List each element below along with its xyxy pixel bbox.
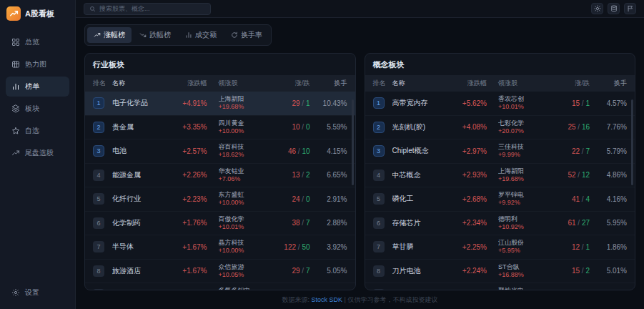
table-row[interactable]: 4能源金属+2.26%华友钴业+7.06%13 / 26.65% [85, 164, 355, 188]
sector-name: 高带宽内存 [392, 98, 450, 108]
separator: / [576, 171, 582, 179]
leader-cell: 聚灿光电+10.13% [487, 287, 550, 290]
leader-cell: 东方盛虹+10.00% [207, 191, 270, 207]
tab-bar-chart[interactable]: 成交额 [179, 27, 223, 43]
change-percent: +2.24% [450, 267, 487, 275]
sidebar-item-sector[interactable]: 板块 [6, 99, 69, 119]
sidebar-item-ranking[interactable]: 榜单 [6, 77, 69, 97]
rank-badge: 1 [373, 97, 385, 109]
sidebar-item-trend[interactable]: 尾盘选股 [6, 143, 69, 163]
sidebar-item-settings[interactable]: 设置 [6, 283, 69, 302]
leader-change: +19.68% [498, 175, 550, 183]
up-count: 29 [292, 267, 299, 275]
turnover: 4.86% [590, 171, 627, 179]
table-row[interactable]: 6化学制药+1.76%百傲化学+10.01%38 / 72.88% [85, 212, 355, 236]
table-row[interactable]: 2贵金属+3.35%四川黄金+10.00%10 / 05.59% [85, 116, 355, 140]
sidebar-item-watchlist[interactable]: 自选 [6, 121, 69, 141]
rank-cell: 4 [373, 170, 392, 181]
table-row[interactable]: 1高带宽内存+5.62%香农芯创+10.01%15 / 14.57% [365, 92, 635, 116]
tab-refresh[interactable]: 换手率 [224, 27, 269, 43]
scrollbar-thumb[interactable] [352, 99, 354, 185]
leader-name: 多氟多铝电 [219, 287, 270, 290]
table-row[interactable]: 2光刻机(胶)+4.08%七彩化学+20.07%25 / 167.76% [365, 116, 635, 140]
table-row[interactable]: 3电池+2.57%容百科技+18.62%46 / 104.15% [85, 139, 355, 164]
search-icon [89, 6, 96, 12]
separator: / [576, 219, 582, 227]
sector-name: 光刻机(胶) [392, 122, 450, 132]
leader-name: 众信旅游 [219, 263, 270, 271]
sector-name: 化纤行业 [112, 194, 170, 204]
leader-cell: 上海新阳+19.68% [207, 95, 270, 112]
rank-badge: 6 [373, 217, 385, 229]
leader-cell: 七彩化学+20.07% [487, 119, 550, 136]
rank-cell: 8 [93, 265, 112, 277]
change-percent: +4.08% [450, 123, 487, 131]
sector-name: 化学制药 [112, 218, 170, 228]
column-header: 排名 [373, 79, 392, 88]
table-row[interactable]: 5化纤行业+2.23%东方盛虹+10.00%24 / 02.91% [85, 187, 355, 212]
up-count: 41 [572, 195, 580, 203]
table-row[interactable]: 5磷化工+2.68%罗平锌电+9.92%41 / 44.16% [365, 187, 635, 212]
up-count: 15 [572, 99, 580, 107]
theme-toggle-button[interactable] [591, 3, 603, 14]
bar-chart-icon [185, 31, 192, 39]
sector-name: 电池 [112, 146, 170, 156]
up-count: 12 [572, 243, 580, 251]
scrollbar-thumb[interactable] [631, 99, 633, 185]
up-down-cell: 29 / 7 [270, 267, 310, 275]
up-down-cell: 122 / 50 [270, 243, 310, 251]
up-down-cell: 15 / 2 [550, 267, 590, 275]
panel-industry: 行业板块排名名称涨跌幅领涨股涨/跌换手1电子化学品+4.91%上海新阳+19.6… [84, 53, 356, 290]
table-row[interactable]: 4中芯概念+2.93%上海新阳+19.68%52 / 124.86% [365, 164, 635, 188]
ranking-tabs: 涨幅榜跌幅榜成交额换手率 [84, 24, 272, 46]
table-row[interactable]: 3Chiplet概念+2.97%三佳科技+9.99%22 / 75.79% [365, 139, 635, 164]
rank-badge: 1 [93, 97, 104, 109]
rank-badge: 9 [373, 289, 385, 290]
column-header: 换手 [310, 79, 347, 88]
rank-cell: 9 [93, 289, 112, 290]
feedback-button[interactable] [624, 3, 636, 14]
table-body: 1电子化学品+4.91%上海新阳+19.68%29 / 110.43%2贵金属+… [85, 92, 355, 290]
sidebar-item-heatmap[interactable]: 热力图 [6, 54, 69, 74]
up-count: 22 [572, 147, 580, 155]
rank-cell: 1 [93, 97, 112, 109]
tab-trend-up[interactable]: 涨幅榜 [87, 27, 132, 43]
change-percent: +3.35% [170, 123, 207, 131]
table-row[interactable]: 9第四代半导体+2.11%聚灿光电+10.13%9 / 35.15% [365, 283, 635, 290]
table-row[interactable]: 8旅游酒店+1.67%众信旅游+10.05%29 / 75.05% [85, 260, 355, 284]
table-row[interactable]: 7草甘膦+2.25%江山股份+5.95%12 / 11.86% [365, 235, 635, 260]
up-count: 10 [292, 123, 299, 131]
table-row[interactable]: 1电子化学品+4.91%上海新阳+19.68%29 / 110.43% [85, 92, 355, 116]
sidebar-item-overview[interactable]: 总览 [6, 32, 69, 52]
table-row[interactable]: 8刀片电池+2.24%ST合纵+16.88%15 / 25.01% [365, 260, 635, 284]
up-down-cell: 13 / 2 [270, 171, 310, 179]
leader-cell: 德明利+10.92% [487, 215, 550, 232]
rank-cell: 6 [93, 217, 112, 229]
leader-cell: 容百科技+18.62% [207, 143, 270, 160]
leader-cell: 香农芯创+10.01% [487, 95, 550, 112]
rank-cell: 7 [93, 241, 112, 252]
leader-cell: 晶方科技+10.00% [207, 239, 270, 255]
leader-name: 容百科技 [219, 143, 270, 151]
leader-name: 七彩化学 [498, 119, 550, 127]
search-input[interactable] [99, 5, 205, 12]
table-row[interactable]: 7半导体+1.67%晶方科技+10.00%122 / 503.92% [85, 235, 355, 260]
column-header: 涨跌幅 [170, 79, 207, 88]
datasource-button[interactable] [608, 3, 620, 14]
footer-source-link[interactable]: Stock SDK [312, 296, 343, 303]
down-count: 12 [582, 171, 590, 179]
panel-concept: 概念板块排名名称涨跌幅领涨股涨/跌换手1高带宽内存+5.62%香农芯创+10.0… [365, 53, 636, 290]
separator: / [300, 195, 306, 203]
rank-badge: 5 [93, 193, 104, 205]
up-count: 52 [568, 171, 575, 179]
leader-change: +10.00% [219, 247, 270, 255]
tab-trend-down[interactable]: 跌幅榜 [133, 27, 177, 43]
footer: 数据来源: Stock SDK | 仅供学习参考，不构成投资建议 [84, 290, 635, 309]
leader-name: 聚灿光电 [498, 287, 550, 290]
change-percent: +4.91% [170, 99, 207, 107]
table-row[interactable]: 9有色金属+1.38%多氟多铝电+9.97%58 / 184.47% [85, 283, 355, 290]
table-row[interactable]: 6存储芯片+2.34%德明利+10.92%61 / 275.95% [365, 212, 635, 236]
leader-cell: 众信旅游+10.05% [207, 263, 270, 280]
flag-icon [627, 5, 634, 12]
leader-cell: ST合纵+16.88% [487, 263, 550, 280]
